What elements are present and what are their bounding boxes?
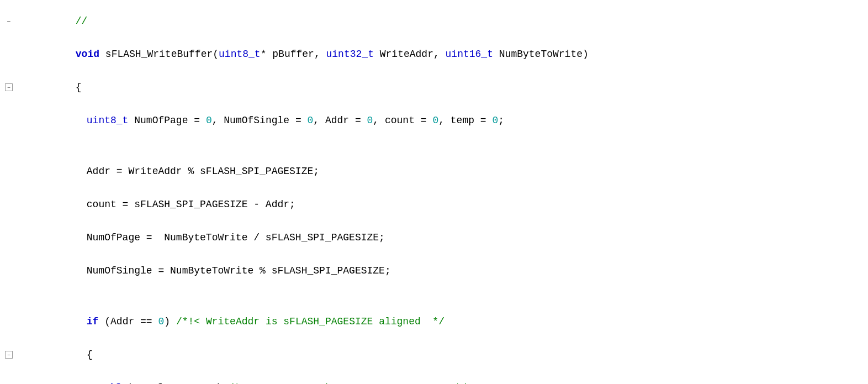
line-content-4: uint8_t NumOfPage = 0, NumOfSingle = 0, … <box>29 104 868 137</box>
plain-4c: , Addr = <box>313 115 367 126</box>
code-line-4: uint8_t NumOfPage = 0, NumOfSingle = 0, … <box>0 104 868 137</box>
line-content-2: void sFLASH_WriteBuffer(uint8_t* pBuffer… <box>29 38 868 71</box>
code-line-9: NumOfSingle = NumByteToWrite % sFLASH_SP… <box>0 254 868 287</box>
gutter-3: – <box>0 83 18 91</box>
plain-2c: NumByteToWrite) <box>493 49 589 60</box>
comment-span-1: // <box>76 15 93 27</box>
code-editor: – // void sFLASH_WriteBuffer(uint8_t* pB… <box>0 0 868 384</box>
num-4a: 0 <box>206 115 212 126</box>
plain-4f: ; <box>498 115 504 126</box>
keyword-void: void <box>76 49 105 60</box>
plain-7: count = sFLASH_SPI_PAGESIZE - Addr; <box>87 199 295 210</box>
collapse-box-3[interactable]: – <box>5 83 13 91</box>
code-line-10 <box>0 287 868 305</box>
code-line-11: if (Addr == 0) /*!< WriteAddr is sFLASH_… <box>0 305 868 338</box>
brace-open-3: { <box>76 82 82 93</box>
type-4: uint8_t <box>87 115 129 126</box>
type-uint32: uint32_t <box>326 49 374 60</box>
code-line-13: if (NumOfPage == 0) /*!< NumByteToWrite … <box>0 371 868 384</box>
plain-4d: , count = <box>373 115 432 126</box>
line-content-6: Addr = WriteAddr % sFLASH_SPI_PAGESIZE; <box>29 155 868 188</box>
code-line-7: count = sFLASH_SPI_PAGESIZE - Addr; <box>0 188 868 221</box>
plain-4e: , temp = <box>438 115 492 126</box>
code-line-3: – { <box>0 71 868 104</box>
code-line-5 <box>0 137 868 155</box>
line-content-13: if (NumOfPage == 0) /*!< NumByteToWrite … <box>29 371 868 384</box>
func-name: sFLASH_WriteBuffer( <box>105 49 219 60</box>
plain-4b: , NumOfSingle = <box>212 115 308 126</box>
gutter-1: – <box>0 17 18 25</box>
type-uint8: uint8_t <box>219 49 261 60</box>
comment-11: /*!< WriteAddr is sFLASH_PAGESIZE aligne… <box>176 316 444 327</box>
num-4d: 0 <box>432 115 438 126</box>
plain-11a: (Addr == <box>98 316 158 327</box>
line-content-11: if (Addr == 0) /*!< WriteAddr is sFLASH_… <box>29 305 868 338</box>
plain-2a: * pBuffer, <box>261 49 326 60</box>
plain-9: NumOfSingle = NumByteToWrite % sFLASH_SP… <box>87 265 391 276</box>
line-content-8: NumOfPage = NumByteToWrite / sFLASH_SPI_… <box>29 221 868 254</box>
brace-12: { <box>87 349 93 360</box>
keyword-if-11: if <box>87 316 99 327</box>
line-content-3: { <box>29 71 868 104</box>
code-line-6: Addr = WriteAddr % sFLASH_SPI_PAGESIZE; <box>0 155 868 188</box>
line-content-1: // <box>29 4 868 38</box>
collapse-box-12[interactable]: – <box>5 351 13 359</box>
code-line-1: – // <box>0 4 868 38</box>
code-line-8: NumOfPage = NumByteToWrite / sFLASH_SPI_… <box>0 221 868 254</box>
code-line-12: – { <box>0 338 868 371</box>
num-4c: 0 <box>367 115 373 126</box>
plain-11b: ) <box>164 316 176 327</box>
collapse-icon-1[interactable]: – <box>7 17 11 25</box>
gutter-12: – <box>0 351 18 359</box>
plain-6: Addr = WriteAddr % sFLASH_SPI_PAGESIZE; <box>87 166 319 177</box>
code-line-2: void sFLASH_WriteBuffer(uint8_t* pBuffer… <box>0 38 868 71</box>
type-uint16: uint16_t <box>446 49 493 60</box>
line-content-5 <box>29 140 868 151</box>
line-content-12: { <box>29 338 868 371</box>
plain-2b: WriteAddr, <box>374 49 446 60</box>
plain-4: NumOfPage = <box>128 115 205 126</box>
num-4e: 0 <box>492 115 498 126</box>
line-content-9: NumOfSingle = NumByteToWrite % sFLASH_SP… <box>29 254 868 287</box>
plain-8: NumOfPage = NumByteToWrite / sFLASH_SPI_… <box>87 232 385 243</box>
line-content-10 <box>29 291 868 302</box>
num-11: 0 <box>158 316 164 327</box>
num-4b: 0 <box>308 115 314 126</box>
line-content-7: count = sFLASH_SPI_PAGESIZE - Addr; <box>29 188 868 221</box>
